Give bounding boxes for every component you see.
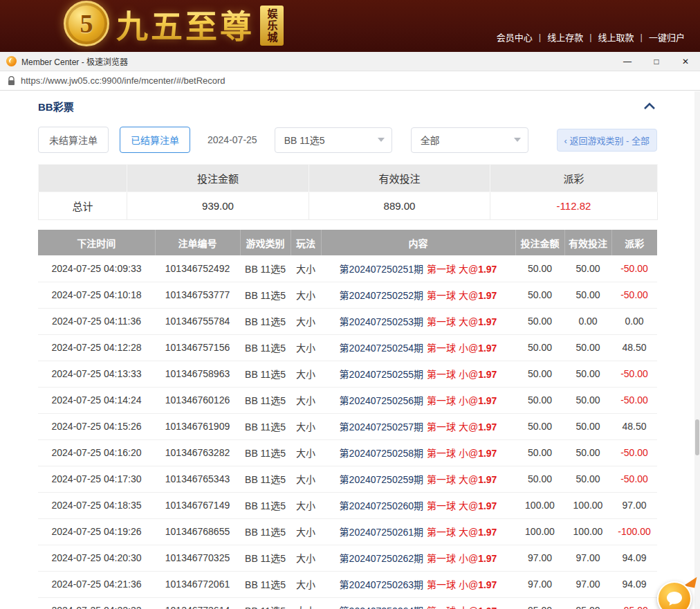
bet-table-body: 2024-07-25 04:09:33101346752492BB 11选5大小… (38, 255, 657, 609)
bet-period: 第202407250258期 (340, 448, 423, 459)
summary-empty-header (39, 165, 127, 192)
cell-bet: 50.00 (515, 387, 564, 413)
cell-content: 第202407250256期第一球 小@1.97 (321, 387, 515, 413)
table-row: 2024-07-25 04:17:30101346765343BB 11选5大小… (38, 466, 657, 492)
bet-odds: 1.97 (478, 343, 497, 354)
cell-content: 第202407250253期第一球 大@1.97 (321, 308, 515, 334)
scope-select[interactable]: 全部 (411, 127, 528, 153)
cell-order-id: 101346753777 (155, 282, 240, 308)
cell-payout: 97.00 (611, 492, 657, 518)
nav-link-member-center[interactable]: 会员中心 (497, 30, 533, 44)
cell-play: 大小 (291, 413, 321, 439)
cell-time: 2024-07-25 04:22:32 (38, 597, 155, 609)
settled-tab[interactable]: 已结算注单 (120, 127, 190, 153)
summary-header-payout: 派彩 (490, 165, 658, 192)
table-row: 2024-07-25 04:13:33101346758963BB 11选5大小… (38, 361, 657, 387)
nav-separator: | (589, 32, 591, 42)
bet-period: 第202407250251期 (340, 264, 423, 275)
bet-pick: 第一球 大@1.97 (427, 500, 497, 511)
cell-valid: 50.00 (564, 466, 611, 492)
bet-period: 第202407250263期 (340, 579, 423, 590)
cell-payout: -95.00 (611, 597, 657, 609)
cell-content: 第202407250257期第一球 大@1.97 (321, 413, 515, 439)
bet-pick: 第一球 小@1.97 (427, 579, 497, 590)
cell-order-id: 101346765343 (155, 466, 240, 492)
scrollbar-thumb[interactable] (695, 419, 699, 455)
cell-bet: 97.00 (515, 545, 564, 571)
chevron-down-icon (378, 138, 385, 142)
maximize-button[interactable]: □ (642, 52, 671, 71)
chat-widget-button[interactable] (657, 577, 697, 609)
bet-odds: 1.97 (478, 606, 497, 609)
total-payout: -112.82 (490, 192, 658, 220)
address-bar: https://www.jw05.cc:9900/infe/mcenter/#/… (0, 71, 700, 91)
cell-bet: 50.00 (515, 413, 564, 439)
bet-period: 第202407250253期 (340, 316, 423, 327)
summary-total-row: 总计 939.00 889.00 -112.82 (39, 192, 658, 220)
page-scrollbar[interactable] (694, 91, 700, 609)
header-category: 游戏类别 (240, 230, 291, 255)
summary-table: 投注金额 有效投注 派彩 总计 939.00 889.00 -112.82 (38, 164, 658, 220)
cell-play: 大小 (291, 597, 321, 609)
cell-time: 2024-07-25 04:21:36 (38, 571, 155, 597)
cell-payout: -50.00 (611, 466, 657, 492)
cell-payout: 94.09 (611, 545, 657, 571)
url-text[interactable]: https://www.jw05.cc:9900/infe/mcenter/#/… (21, 75, 225, 86)
cell-bet: 50.00 (515, 282, 564, 308)
cell-valid: 50.00 (564, 361, 611, 387)
cell-content: 第202407250252期第一球 大@1.97 (321, 282, 515, 308)
cell-time: 2024-07-25 04:14:24 (38, 387, 155, 413)
bet-odds: 1.97 (478, 421, 497, 433)
bet-period: 第202407250254期 (340, 343, 423, 354)
cell-order-id: 101346772061 (155, 571, 240, 597)
section-head: BB彩票 (38, 99, 657, 113)
bet-odds: 1.97 (478, 395, 497, 406)
cell-play: 大小 (291, 492, 321, 518)
cell-valid: 97.00 (564, 571, 611, 597)
bet-pick: 第一球 小@1.97 (427, 553, 497, 564)
site-logo[interactable]: 5 九五至尊 娱乐城 (64, 1, 284, 46)
total-bet: 939.00 (127, 192, 309, 220)
cell-category: BB 11选5 (240, 334, 291, 361)
cell-valid: 0.00 (564, 308, 611, 334)
cell-order-id: 101346758963 (155, 361, 240, 387)
cell-time: 2024-07-25 04:15:26 (38, 413, 155, 439)
unsettled-tab[interactable]: 未结算注单 (38, 127, 109, 153)
bet-odds: 1.97 (478, 316, 497, 327)
minimize-button[interactable]: — (613, 52, 642, 71)
header-bet: 投注金额 (515, 230, 564, 255)
cell-category: BB 11选5 (240, 571, 291, 597)
nav-link-one-key-transfer[interactable]: 一键归户 (649, 30, 685, 44)
game-select[interactable]: BB 11选5 (275, 127, 392, 153)
cell-valid: 50.00 (564, 439, 611, 466)
cell-payout: -50.00 (611, 255, 657, 282)
cell-category: BB 11选5 (240, 466, 291, 492)
bet-period: 第202407250259期 (340, 474, 423, 485)
cell-play: 大小 (291, 518, 321, 545)
nav-link-online-withdraw[interactable]: 线上取款 (598, 30, 634, 44)
section-title: BB彩票 (38, 99, 74, 113)
bet-period: 第202407250257期 (340, 421, 423, 433)
bet-pick: 第一球 大@1.97 (427, 527, 497, 538)
bet-odds: 1.97 (478, 500, 497, 511)
cell-payout: -50.00 (611, 439, 657, 466)
table-row: 2024-07-25 04:11:36101346755784BB 11选5大小… (38, 308, 657, 334)
bet-period: 第202407250252期 (340, 290, 423, 301)
nav-link-online-deposit[interactable]: 线上存款 (547, 30, 583, 44)
back-to-category-button[interactable]: ‹ 返回游戏类别 - 全部 (557, 129, 658, 152)
cell-order-id: 101346768655 (155, 518, 240, 545)
table-row: 2024-07-25 04:10:18101346753777BB 11选5大小… (38, 282, 657, 308)
cell-bet: 50.00 (515, 334, 564, 361)
chevron-up-icon[interactable] (642, 101, 657, 111)
cell-play: 大小 (291, 282, 321, 308)
header-time: 下注时间 (38, 230, 155, 255)
cell-valid: 50.00 (564, 334, 611, 361)
bet-table: 下注时间 注单编号 游戏类别 玩法 内容 投注金额 有效投注 派彩 2024-0… (38, 230, 657, 609)
close-button[interactable]: ✕ (671, 52, 700, 71)
bet-period: 第202407250261期 (340, 527, 423, 538)
cell-play: 大小 (291, 334, 321, 361)
cell-valid: 50.00 (564, 282, 611, 308)
cell-content: 第202407250263期第一球 小@1.97 (321, 571, 515, 597)
cell-bet: 50.00 (515, 361, 564, 387)
bet-pick: 第一球 小@1.97 (427, 606, 497, 609)
